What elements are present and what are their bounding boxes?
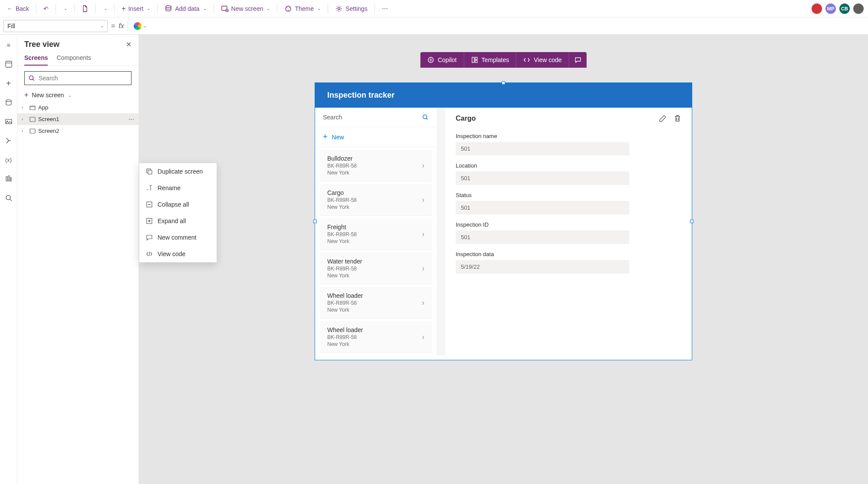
more-button[interactable]: ⋯ <box>378 3 391 14</box>
undo-button[interactable]: ↶ <box>40 3 52 14</box>
svg-point-16 <box>30 76 33 80</box>
toolbar-templates[interactable]: Templates <box>464 52 516 68</box>
tree-item-app[interactable]: › App <box>17 102 138 113</box>
property-select[interactable]: Fill ⌄ <box>3 20 108 32</box>
edit-icon[interactable] <box>659 115 667 122</box>
theme-button[interactable]: Theme ⌄ <box>281 3 324 14</box>
toolbar-chat[interactable] <box>569 52 586 68</box>
chevron-down-icon: ⌄ <box>203 6 207 11</box>
list-item[interactable]: Water tender BK-R89R-58 New York › <box>319 253 432 284</box>
delete-icon[interactable] <box>674 115 681 122</box>
color-picker-button[interactable]: ⌄ <box>132 20 149 32</box>
list-item-title: Cargo <box>327 189 357 196</box>
chevron-right-icon: › <box>22 117 27 122</box>
list-item-text: Water tender BK-R89R-58 New York <box>327 258 362 279</box>
list-item[interactable]: Bulldozer BK-R89R-58 New York › <box>319 150 432 181</box>
insert-rail-icon[interactable]: + <box>2 76 16 90</box>
field-value[interactable]: 501 <box>456 230 629 244</box>
search-icon <box>28 75 35 82</box>
field-value[interactable]: 501 <box>456 201 629 214</box>
more-icon: ⋯ <box>382 5 388 12</box>
variables-rail-icon[interactable]: (x) <box>2 153 16 167</box>
field-value[interactable]: 501 <box>456 171 629 185</box>
new-screen-label: New screen <box>231 5 263 12</box>
selection-handle[interactable] <box>313 220 317 223</box>
field-value[interactable]: 5/19/22 <box>456 260 629 273</box>
ctx-collapse[interactable]: Collapse all <box>139 196 217 213</box>
file-button[interactable] <box>78 3 92 14</box>
avatar[interactable] <box>852 3 865 15</box>
app-frame[interactable]: Inspection tracker Search + New Bulldoze… <box>315 82 692 360</box>
more-icon[interactable]: ⋯ <box>128 116 134 122</box>
svg-point-28 <box>423 115 427 119</box>
selection-handle[interactable] <box>690 220 694 223</box>
toolbar-label: View code <box>534 56 562 63</box>
tab-screens[interactable]: Screens <box>24 54 48 66</box>
selection-handle[interactable] <box>502 81 505 85</box>
toolbar-label: Copilot <box>438 56 457 63</box>
back-button[interactable]: ← Back <box>3 3 33 14</box>
tree-new-screen[interactable]: + New screen ⌄ <box>17 89 138 102</box>
tab-components[interactable]: Components <box>56 54 91 66</box>
app-right-pane: Cargo Inspection name 501Location 501Sta… <box>445 108 692 356</box>
data-rail-icon[interactable] <box>2 95 16 109</box>
code-icon <box>145 250 153 258</box>
separator <box>214 4 214 13</box>
avatar[interactable] <box>811 3 823 15</box>
list-item-loc: New York <box>327 170 357 176</box>
tree-item-screen1[interactable]: › Screen1 ⋯ <box>17 113 138 125</box>
list-item[interactable]: Wheel loader BK-R89R-58 New York › <box>319 321 432 353</box>
toolbar-copilot[interactable]: Copilot <box>421 52 464 68</box>
list-item-text: Freight BK-R89R-58 New York <box>327 224 357 244</box>
close-icon[interactable]: ✕ <box>126 40 132 49</box>
ctx-rename[interactable]: Rename <box>139 180 217 196</box>
list-item[interactable]: Freight BK-R89R-58 New York › <box>319 218 432 250</box>
avatar[interactable]: MP <box>825 3 837 15</box>
app-new-button[interactable]: + New <box>315 127 437 147</box>
list-item-title: Freight <box>327 224 357 230</box>
detail-header: Cargo <box>445 108 692 129</box>
svg-rect-14 <box>10 178 11 181</box>
app-icon <box>30 105 36 111</box>
avatar[interactable]: CB <box>838 3 851 15</box>
app-search[interactable]: Search <box>315 108 437 127</box>
undo-dropdown[interactable]: ⌄ <box>59 4 71 13</box>
hamburger-icon[interactable]: ≡ <box>2 38 16 52</box>
toolbar-label: Templates <box>481 56 509 63</box>
powerfx-rail-icon[interactable] <box>2 134 16 148</box>
file-dropdown[interactable]: ⌄ <box>99 4 111 13</box>
app-left-pane: Search + New Bulldozer BK-R89R-58 New Yo… <box>315 108 437 356</box>
tree-search-input[interactable] <box>39 75 128 82</box>
ctx-expand[interactable]: Expand all <box>139 213 217 229</box>
media-rail-icon[interactable] <box>2 115 16 128</box>
tree-search[interactable] <box>24 71 132 85</box>
ctx-label: Expand all <box>158 217 186 224</box>
comment-icon <box>145 234 153 241</box>
canvas-area[interactable]: Copilot Templates View code Inspection t… <box>139 35 868 484</box>
ctx-view-code[interactable]: View code <box>139 246 217 262</box>
insert-button[interactable]: + Insert ⌄ <box>118 3 154 14</box>
list-item-loc: New York <box>327 341 363 347</box>
list-item[interactable]: Cargo BK-R89R-58 New York › <box>319 184 432 216</box>
tree-view-icon[interactable] <box>2 57 16 71</box>
new-screen-button[interactable]: New screen ⌄ <box>217 3 274 14</box>
list-item-code: BK-R89R-58 <box>327 231 357 237</box>
field-value[interactable]: 501 <box>456 142 629 155</box>
search-rail-icon[interactable] <box>2 191 16 205</box>
fx-label: fx <box>118 22 124 30</box>
ctx-duplicate[interactable]: Duplicate screen <box>139 163 217 180</box>
svg-rect-21 <box>148 170 152 174</box>
chevron-down-icon: ⌄ <box>104 6 107 11</box>
field-label: Inspection name <box>456 133 681 139</box>
chevron-down-icon: ⌄ <box>64 6 67 11</box>
ctx-comment[interactable]: New comment <box>139 229 217 246</box>
tests-rail-icon[interactable] <box>2 172 16 186</box>
toolbar-view-code[interactable]: View code <box>516 52 569 68</box>
add-data-button[interactable]: Add data ⌄ <box>161 3 210 14</box>
list-item[interactable]: Wheel loader BK-R89R-58 New York › <box>319 287 432 319</box>
canvas-toolbar: Copilot Templates View code <box>421 52 587 68</box>
settings-button[interactable]: Settings <box>332 3 371 14</box>
tree-item-screen2[interactable]: › Screen2 <box>17 125 138 137</box>
ctx-label: Duplicate screen <box>158 168 203 175</box>
undo-icon: ↶ <box>43 5 49 12</box>
